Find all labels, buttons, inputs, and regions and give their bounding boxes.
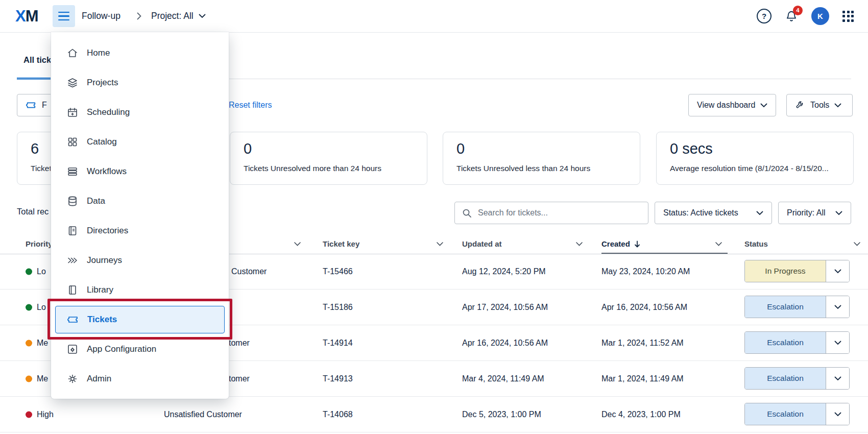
- topbar-actions: ? 4 K: [757, 0, 854, 32]
- view-dashboard-label: View dashboard: [697, 101, 755, 110]
- column-header-status[interactable]: Status: [744, 239, 768, 248]
- directories-icon: [66, 225, 79, 237]
- status-label[interactable]: Escalation: [745, 332, 826, 353]
- column-menu-icon[interactable]: [576, 242, 583, 246]
- menu-item-catalog[interactable]: Catalog: [51, 127, 229, 157]
- column-menu-icon[interactable]: [854, 242, 860, 246]
- menu-item-workflows[interactable]: Workflows: [51, 157, 229, 186]
- menu-item-data[interactable]: Data: [51, 186, 229, 216]
- updated-at: Aug 12, 2024, 5:20 PM: [462, 267, 546, 276]
- project-selector[interactable]: Project: All: [151, 0, 206, 32]
- logo-x: X: [15, 7, 26, 25]
- wrench-icon: [795, 100, 805, 110]
- sort-desc-icon: [634, 240, 640, 248]
- status-badge: In Progress: [744, 260, 850, 282]
- workflows-icon: [66, 165, 79, 178]
- global-nav-toggle[interactable]: [53, 5, 75, 27]
- reset-filters-link[interactable]: Reset filters: [229, 94, 272, 116]
- status-label[interactable]: Escalation: [745, 368, 826, 389]
- stat-label: Average resolution time (8/1/2024 - 8/15…: [670, 164, 829, 173]
- project-selector-label: Project: All: [151, 11, 194, 21]
- stat-value: 0: [456, 140, 465, 157]
- menu-item-tickets[interactable]: Tickets: [55, 306, 225, 333]
- status-caret-button[interactable]: [826, 368, 849, 389]
- status-caret-button[interactable]: [826, 403, 849, 425]
- search-input[interactable]: [477, 208, 641, 218]
- chevron-down-icon: [834, 412, 841, 417]
- stat-label: Ticket: [31, 164, 52, 173]
- menu-item-journeys[interactable]: Journeys: [51, 246, 229, 275]
- view-dashboard-button[interactable]: View dashboard: [688, 94, 776, 116]
- ticket-key: T-15466: [323, 267, 353, 276]
- chevron-down-icon: [760, 103, 767, 108]
- status-badge: Escalation: [744, 403, 850, 425]
- ticket-name: tomer: [229, 339, 250, 348]
- created-at: Dec 4, 2023, 1:00 PM: [601, 410, 681, 419]
- priority-dot: [26, 268, 32, 275]
- library-icon: [66, 284, 79, 296]
- menu-item-label: Library: [87, 285, 113, 295]
- global-nav-menu: Home Projects Scheduling Catalog Workflo…: [51, 32, 229, 399]
- updated-at: Dec 5, 2023, 1:00 PM: [462, 410, 541, 419]
- status-label[interactable]: Escalation: [745, 403, 826, 425]
- data-icon: [66, 195, 79, 207]
- updated-at: Apr 17, 2024, 10:56 AM: [462, 303, 548, 312]
- help-button[interactable]: ?: [757, 9, 771, 23]
- column-menu-icon[interactable]: [437, 242, 443, 246]
- notifications-button[interactable]: 4: [785, 10, 798, 23]
- status-label[interactable]: Escalation: [745, 296, 826, 318]
- column-header-priority[interactable]: Priority: [26, 239, 53, 248]
- tab-all-tickets[interactable]: All tick: [23, 55, 51, 65]
- ticket-key: T-14913: [323, 374, 353, 383]
- scheduling-icon: [66, 106, 79, 118]
- tools-button[interactable]: Tools: [786, 94, 853, 116]
- status-caret-button[interactable]: [826, 332, 849, 353]
- column-header-ticket-key[interactable]: Ticket key: [323, 239, 359, 248]
- menu-item-admin[interactable]: Admin: [51, 364, 229, 394]
- menu-item-label: Journeys: [87, 255, 122, 266]
- menu-item-library[interactable]: Library: [51, 275, 229, 305]
- xm-logo[interactable]: XM: [15, 7, 38, 26]
- chevron-down-icon: [834, 103, 841, 108]
- admin-icon: [66, 373, 79, 385]
- ticket-icon: [26, 100, 37, 111]
- menu-item-projects[interactable]: Projects: [51, 68, 229, 98]
- priority-filter-label: Priority: All: [787, 208, 826, 218]
- priority-dot: [26, 375, 32, 382]
- priority-filter-dropdown[interactable]: Priority: All: [778, 202, 851, 224]
- status-caret-button[interactable]: [826, 260, 849, 282]
- ticket-search[interactable]: [454, 202, 648, 224]
- tools-label: Tools: [810, 101, 829, 110]
- status-label[interactable]: In Progress: [745, 260, 826, 282]
- status-filter-dropdown[interactable]: Status: Active tickets: [655, 202, 772, 224]
- priority-dot: [26, 411, 32, 418]
- notification-badge: 4: [793, 6, 803, 15]
- status-caret-button[interactable]: [826, 296, 849, 318]
- breadcrumb-section[interactable]: Follow-up: [82, 0, 120, 32]
- tickets-icon: [67, 314, 79, 326]
- menu-item-label: Scheduling: [87, 107, 130, 117]
- table-row[interactable]: High Unsatisfied Customer T-14068 Dec 5,…: [0, 397, 868, 432]
- menu-item-scheduling[interactable]: Scheduling: [51, 98, 229, 127]
- menu-item-label: App Configuration: [87, 344, 156, 354]
- column-header-created[interactable]: Created: [601, 239, 640, 248]
- home-icon: [66, 47, 79, 59]
- total-records-label: Total rec: [17, 207, 49, 216]
- column-menu-icon[interactable]: [294, 242, 301, 246]
- stat-value: 6: [31, 140, 39, 157]
- column-header-updated-at[interactable]: Updated at: [462, 239, 502, 248]
- breadcrumb-chevron-icon: [137, 12, 141, 20]
- ticket-key: T-15186: [323, 303, 353, 312]
- avatar[interactable]: K: [811, 7, 829, 25]
- menu-item-label: Projects: [87, 78, 118, 88]
- menu-item-app-configuration[interactable]: App Configuration: [51, 334, 229, 364]
- menu-item-directories[interactable]: Directories: [51, 216, 229, 246]
- apps-grid-icon[interactable]: [842, 11, 854, 22]
- menu-item-home[interactable]: Home: [51, 38, 229, 68]
- chevron-down-icon: [199, 14, 206, 18]
- created-at: Mar 1, 2024, 11:52 AM: [601, 339, 684, 348]
- column-menu-icon[interactable]: [715, 242, 722, 246]
- updated-at: Mar 4, 2024, 11:49 AM: [462, 374, 544, 383]
- search-icon: [462, 208, 472, 218]
- filters-button-label: F: [42, 101, 47, 110]
